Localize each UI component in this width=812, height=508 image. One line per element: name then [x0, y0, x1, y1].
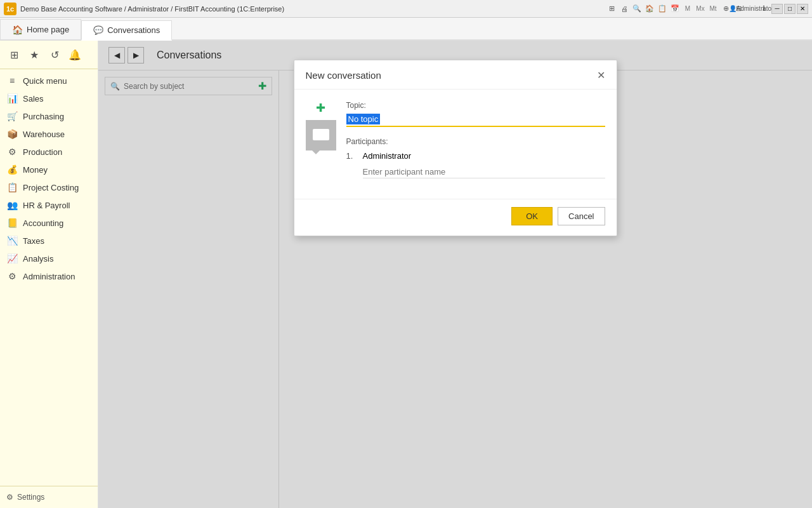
sidebar-item-production[interactable]: ⚙ Production	[0, 143, 98, 161]
participant-name-input[interactable]	[363, 166, 605, 178]
window-controls: ─ □ ✕	[771, 4, 808, 14]
conversation-icon	[306, 120, 336, 150]
topic-input-wrapper: No topic	[346, 112, 605, 127]
sidebar-item-hr-payroll[interactable]: 👥 HR & Payroll	[0, 196, 98, 214]
maximize-btn[interactable]: □	[784, 4, 796, 14]
purchasing-icon: 🛒	[6, 111, 18, 121]
toolbar-btn-4[interactable]: 🏠	[645, 4, 655, 14]
favorites-btn[interactable]: ★	[25, 46, 43, 64]
close-btn[interactable]: ✕	[797, 4, 808, 14]
home-icon: 🏠	[12, 25, 23, 35]
topic-label: Topic:	[346, 101, 605, 110]
money-icon: 💰	[6, 164, 18, 175]
titlebar-left: 1c Demo Base Accounting Software / Admin…	[4, 3, 284, 15]
tab-conversations[interactable]: 💬 Conversations	[81, 20, 172, 41]
dialog-close-button[interactable]: ✕	[597, 69, 605, 81]
cancel-button[interactable]: Cancel	[558, 207, 605, 225]
main-layout: ⊞ ★ ↺ 🔔 ≡ Quick menu 📊 Sales 🛒 Purchasin…	[0, 41, 812, 508]
tabbar: 🏠 Home page 💬 Conversations	[0, 18, 812, 41]
titlebar: 1c Demo Base Accounting Software / Admin…	[0, 0, 812, 18]
new-conversation-dialog: New conversation ✕ ✚ Topic:	[294, 60, 617, 236]
tab-home[interactable]: 🏠 Home page	[0, 19, 81, 39]
content-area: ◀ ▶ Conversations 🔍 ✚ New conversation ✕	[98, 41, 812, 508]
accounting-icon: 📒	[6, 218, 18, 228]
sidebar-item-taxes[interactable]: 📉 Taxes	[0, 232, 98, 250]
chat-bubble-icon	[311, 128, 331, 143]
sidebar-item-quick-menu[interactable]: ≡ Quick menu	[0, 72, 98, 90]
dialog-title: New conversation	[306, 70, 381, 81]
info-btn[interactable]: ℹ	[759, 4, 769, 14]
dialog-footer: OK Cancel	[294, 199, 617, 236]
dialog-header: New conversation ✕	[294, 60, 617, 90]
hr-icon: 👥	[6, 200, 18, 210]
participant-name-1: Administrator	[363, 151, 412, 161]
participants-label: Participants:	[346, 137, 605, 146]
ok-button[interactable]: OK	[511, 207, 553, 225]
notifications-btn[interactable]: 🔔	[66, 46, 84, 64]
analysis-icon: 📈	[6, 253, 18, 264]
administration-icon: ⚙	[6, 271, 18, 281]
minimize-btn[interactable]: ─	[771, 4, 783, 14]
settings-button[interactable]: ⚙ Settings	[6, 493, 91, 502]
toolbar-btn-m[interactable]: M	[683, 4, 693, 14]
conversations-tab-icon: 💬	[93, 25, 103, 35]
toolbar-btn-2[interactable]: 🖨	[619, 4, 629, 14]
dialog-fields: Topic: No topic Participants: 1. Adminis…	[346, 101, 605, 184]
sidebar-bottom: ⚙ Settings	[0, 486, 98, 508]
titlebar-right: ⊞ 🖨 🔍 🏠 📋 📅 M Mx Mt ⊕ ⊟ 👤 Administrator …	[606, 4, 808, 14]
project-costing-icon: 📋	[6, 182, 18, 192]
toolbar-btn-1[interactable]: ⊞	[606, 4, 617, 14]
topic-input[interactable]	[346, 112, 605, 127]
sidebar-toolbar: ⊞ ★ ↺ 🔔	[0, 41, 98, 69]
sidebar-item-accounting[interactable]: 📒 Accounting	[0, 214, 98, 232]
sidebar-item-administration[interactable]: ⚙ Administration	[0, 267, 98, 285]
participant-row-new	[346, 166, 605, 178]
sidebar-item-analysis[interactable]: 📈 Analysis	[0, 250, 98, 267]
sales-icon: 📊	[6, 93, 18, 104]
taxes-icon: 📉	[6, 236, 18, 246]
svg-rect-0	[313, 129, 329, 140]
participant-number-1: 1.	[346, 151, 359, 161]
toolbar-btn-3[interactable]: 🔍	[632, 4, 642, 14]
participant-row-1: 1. Administrator	[346, 151, 605, 161]
app-logo: 1c	[4, 3, 16, 15]
user-btn[interactable]: 👤 Administrator	[746, 4, 756, 14]
grid-icon-btn[interactable]: ⊞	[5, 46, 23, 64]
titlebar-title: Demo Base Accounting Software / Administ…	[20, 5, 284, 13]
sidebar-item-project-costing[interactable]: 📋 Project Costing	[0, 178, 98, 196]
sidebar: ⊞ ★ ↺ 🔔 ≡ Quick menu 📊 Sales 🛒 Purchasin…	[0, 41, 98, 508]
dialog-overlay: New conversation ✕ ✚ Topic:	[98, 41, 812, 508]
toolbar-btn-mt[interactable]: Mt	[708, 4, 718, 14]
warehouse-icon: 📦	[6, 129, 18, 139]
dialog-body: ✚ Topic: No topic Particip	[294, 90, 617, 199]
sidebar-nav: ≡ Quick menu 📊 Sales 🛒 Purchasing 📦 Ware…	[0, 69, 98, 486]
settings-gear-icon: ⚙	[6, 493, 13, 502]
sidebar-item-purchasing[interactable]: 🛒 Purchasing	[0, 107, 98, 125]
history-btn[interactable]: ↺	[46, 46, 63, 64]
toolbar-btn-6[interactable]: 📅	[670, 4, 680, 14]
production-icon: ⚙	[6, 147, 18, 157]
sidebar-item-sales[interactable]: 📊 Sales	[0, 90, 98, 107]
add-icon-button[interactable]: ✚	[316, 101, 325, 115]
toolbar-btn-5[interactable]: 📋	[657, 4, 667, 14]
toolbar-btn-mx[interactable]: Mx	[695, 4, 705, 14]
sidebar-item-warehouse[interactable]: 📦 Warehouse	[0, 125, 98, 143]
quick-menu-icon: ≡	[6, 76, 18, 86]
dialog-icon-area: ✚	[306, 101, 336, 184]
sidebar-item-money[interactable]: 💰 Money	[0, 161, 98, 178]
